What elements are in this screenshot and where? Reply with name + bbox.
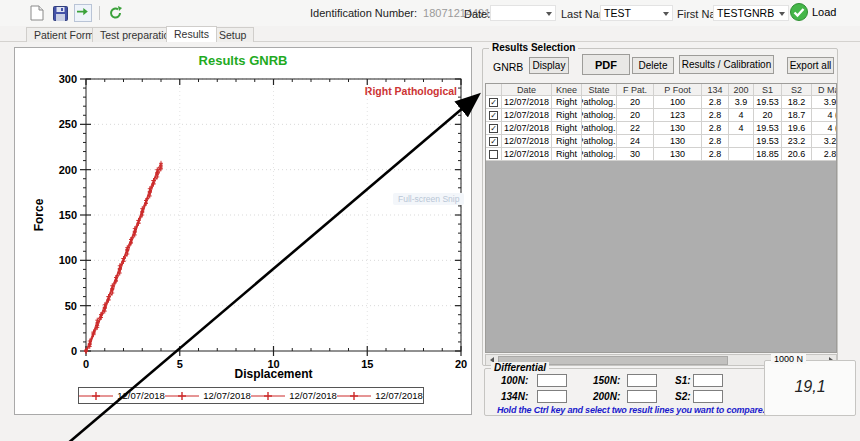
table-cell: 19.6 xyxy=(782,122,812,135)
force-box-title: 1000 N xyxy=(771,354,806,364)
table-row[interactable]: ✓12/07/2018RightPatholog...241302.819.53… xyxy=(486,135,837,148)
results-table: DateKneeStateF Pat.P Foot134200S1S2D Max… xyxy=(485,83,837,161)
field-150n-input[interactable] xyxy=(627,374,657,387)
table-header-row: DateKneeStateF Pat.P Foot134200S1S2D Max… xyxy=(486,84,837,96)
export-all-button[interactable]: Export all xyxy=(787,57,834,74)
row-checkbox[interactable]: ✓ xyxy=(489,111,498,120)
table-cell: Patholog... xyxy=(582,122,617,135)
row-checkbox[interactable]: ✓ xyxy=(489,124,498,133)
table-cell: 20 xyxy=(754,109,782,122)
date-combobox[interactable] xyxy=(490,5,556,21)
chevron-down-icon xyxy=(546,12,552,16)
column-header[interactable]: 134 xyxy=(702,84,729,96)
table-row[interactable]: ✓12/07/2018RightPatholog...201002.83.919… xyxy=(486,96,837,109)
gnrb-label: GNRB xyxy=(493,61,523,73)
row-checkbox[interactable]: ✓ xyxy=(489,98,498,107)
svg-text:300: 300 xyxy=(59,73,77,85)
column-header[interactable]: State xyxy=(582,84,617,96)
table-cell: 4 xyxy=(729,109,754,122)
new-document-icon[interactable] xyxy=(28,4,46,22)
field-s2-input[interactable] xyxy=(693,390,723,403)
table-cell: 24 xyxy=(617,135,654,148)
field-s1-input[interactable] xyxy=(693,374,723,387)
table-cell xyxy=(729,135,754,148)
table-cell: 12/07/2018 xyxy=(502,96,552,109)
table-cell: 100 xyxy=(654,96,702,109)
table-cell: 20 xyxy=(617,96,654,109)
table-cell: 19.53 xyxy=(754,135,782,148)
differential-panel: Differential 100N: 150N: S1: 134N: 200N:… xyxy=(484,368,768,416)
column-header[interactable]: D Max (F M xyxy=(812,84,837,96)
table-cell: 3.2 ( 150 xyxy=(812,135,837,148)
legend-item: 12/07/2018 xyxy=(165,390,251,401)
table-cell: Patholog... xyxy=(582,148,617,161)
table-cell: Right xyxy=(552,135,582,148)
column-header[interactable]: P Foot xyxy=(654,84,702,96)
legend-item: 12/07/2018 xyxy=(251,390,337,401)
table-cell: 2.8 xyxy=(702,122,729,135)
svg-text:150: 150 xyxy=(59,209,77,221)
svg-text:0: 0 xyxy=(71,345,77,357)
save-icon[interactable] xyxy=(51,4,69,22)
results-calibration-button[interactable]: Results / Calibration xyxy=(679,55,774,74)
column-header[interactable]: F Pat. xyxy=(617,84,654,96)
force-box-value: 19,1 xyxy=(765,378,855,396)
row-checkbox[interactable] xyxy=(489,150,498,159)
tab-patient-form[interactable]: Patient Form xyxy=(26,27,102,42)
table-cell: 18.7 xyxy=(782,109,812,122)
load-button[interactable]: Load xyxy=(790,3,836,21)
watermark-text: Full-screen Snip xyxy=(393,193,464,205)
chevron-down-icon xyxy=(779,12,785,16)
field-150n-label: 150N: xyxy=(593,375,620,386)
table-cell: 3.9 ( 200 xyxy=(812,96,837,109)
column-header[interactable]: Date xyxy=(502,84,552,96)
table-row[interactable]: ✓12/07/2018RightPatholog...201232.842018… xyxy=(486,109,837,122)
table-empty-area xyxy=(485,161,837,353)
table-cell: 12/07/2018 xyxy=(502,135,552,148)
table-cell: 12/07/2018 xyxy=(502,109,552,122)
field-100n-label: 100N: xyxy=(501,375,528,386)
delete-button[interactable]: Delete xyxy=(632,57,674,74)
column-header[interactable]: S1 xyxy=(754,84,782,96)
row-checkbox[interactable]: ✓ xyxy=(489,137,498,146)
table-row[interactable]: ✓12/07/2018RightPatholog...221302.8419.5… xyxy=(486,122,837,135)
transfer-icon[interactable] xyxy=(74,4,92,22)
table-row[interactable]: 12/07/2018RightPatholog...301302.818.852… xyxy=(486,148,837,161)
column-header[interactable]: 200 xyxy=(729,84,754,96)
check-circle-icon xyxy=(790,3,808,21)
pdf-button[interactable]: PDF xyxy=(582,54,630,75)
table-cell: ✓ xyxy=(486,109,502,122)
field-200n-input[interactable] xyxy=(627,390,657,403)
differential-title: Differential xyxy=(491,362,549,373)
last-name-value: TEST xyxy=(604,7,631,19)
table-cell: 2.8 xyxy=(702,135,729,148)
table-cell: 20 xyxy=(617,109,654,122)
table-cell: 2.8 xyxy=(702,96,729,109)
field-134n-input[interactable] xyxy=(537,390,567,403)
table-cell: ✓ xyxy=(486,122,502,135)
table-cell: 22 xyxy=(617,122,654,135)
table-cell: 18.2 xyxy=(782,96,812,109)
table-cell: 12/07/2018 xyxy=(502,148,552,161)
table-cell: 12/07/2018 xyxy=(502,122,552,135)
column-header[interactable] xyxy=(486,84,502,96)
display-button[interactable]: Display xyxy=(529,57,569,74)
table-cell: Patholog... xyxy=(582,109,617,122)
table-cell: 2.8 xyxy=(702,148,729,161)
refresh-icon[interactable] xyxy=(107,4,125,22)
column-header[interactable]: S2 xyxy=(782,84,812,96)
svg-text:250: 250 xyxy=(59,118,77,130)
tab-results[interactable]: Results xyxy=(166,26,217,42)
field-100n-input[interactable] xyxy=(537,374,567,387)
last-name-combobox[interactable]: TEST xyxy=(600,5,673,21)
first-name-value: TESTGNRB xyxy=(717,7,774,19)
legend-label: 12/07/2018 xyxy=(117,390,165,401)
table-cell: ✓ xyxy=(486,135,502,148)
tab-bar: Patient Form Test preparation Results Se… xyxy=(0,26,860,42)
field-200n-label: 200N: xyxy=(593,391,620,402)
table-cell xyxy=(486,148,502,161)
first-name-combobox[interactable]: TESTGNRB xyxy=(713,5,789,21)
column-header[interactable]: Knee xyxy=(552,84,582,96)
tab-setup[interactable]: Setup xyxy=(211,27,254,42)
table-cell: 19.53 xyxy=(754,122,782,135)
